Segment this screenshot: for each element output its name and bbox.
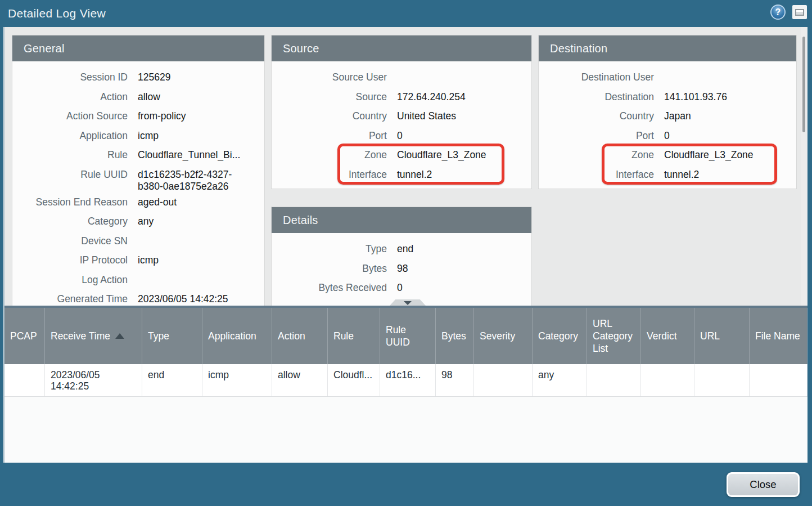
column-header-url-category-list[interactable]: URL Category List [587, 308, 641, 364]
column-header-url[interactable]: URL [694, 308, 750, 364]
field-value: 2023/06/05 14:42:25 [138, 290, 259, 306]
field-label: Destination [539, 88, 654, 104]
field-label: Country [272, 107, 387, 123]
vertical-scrollbar-track[interactable] [801, 27, 808, 306]
detailed-log-view-dialog: { "title_bar": { "title": "Detailed Log … [0, 0, 812, 506]
vertical-scrollbar-thumb[interactable] [802, 37, 805, 132]
field-row-country: Country United States [272, 107, 526, 127]
help-icon[interactable]: ? [770, 5, 786, 20]
column-header-verdict[interactable]: Verdict [641, 308, 694, 364]
field-row-destination-user: Destination User [539, 68, 791, 88]
column-header-file-name[interactable]: File Name [750, 308, 808, 364]
field-row-country: Country Japan [539, 107, 791, 127]
log-table-row[interactable]: 2023/06/05 14:42:25 end icmp allow Cloud… [4, 364, 808, 397]
field-value: tunnel.2 [397, 165, 526, 181]
field-label: Session ID [12, 68, 128, 84]
destination-panel: Destination Destination User Destination… [539, 35, 796, 189]
help-glyph: ? [775, 7, 781, 17]
field-value: 125629 [138, 68, 259, 84]
field-row-zone: Zone Cloudflare_L3_Zone [539, 146, 791, 165]
general-panel-body: Session ID 125629 Action allow Action So… [12, 61, 264, 306]
details-panel: Details Type end Bytes 98 Bytes Received… [272, 207, 531, 306]
field-value [138, 271, 259, 274]
cell-url [694, 364, 750, 396]
field-value: end [397, 240, 526, 256]
column-header-application[interactable]: Application [202, 308, 272, 364]
cell-pcap [4, 364, 45, 396]
field-label: Device SN [12, 232, 128, 248]
field-value: United States [397, 107, 526, 123]
field-row-rule-uuid: Rule UUID d1c16235-b2f2-4327-b380-0ae187… [12, 165, 259, 193]
field-label: Log Action [12, 271, 128, 286]
dialog-title: Detailed Log View [0, 7, 106, 20]
cell-receive-time: 2023/06/05 14:42:25 [45, 364, 142, 396]
dialog-footer: Close [0, 463, 812, 506]
column-header-label: Receive Time [51, 330, 110, 342]
field-row-interface: Interface tunnel.2 [539, 165, 791, 185]
column-header-pcap[interactable]: PCAP [4, 308, 45, 364]
titlebar-icons: ? [770, 5, 807, 20]
field-row-port: Port 0 [539, 127, 791, 146]
cell-severity [474, 364, 533, 396]
field-row-session-end-reason: Session End Reason aged-out [12, 193, 259, 213]
field-label: Country [539, 107, 654, 123]
column-header-action[interactable]: Action [272, 308, 328, 364]
column-header-category[interactable]: Category [533, 308, 587, 364]
field-row-ip-protocol: IP Protocol icmp [12, 251, 259, 271]
log-table: PCAP Receive Time Type Application Actio… [4, 308, 808, 463]
field-label: Destination User [539, 68, 654, 84]
column-header-rule-uuid[interactable]: Rule UUID [380, 308, 436, 364]
field-row-device-sn: Device SN [12, 232, 259, 252]
field-value [397, 68, 526, 71]
field-value: 0 [397, 279, 526, 294]
destination-panel-body: Destination User Destination 141.101.93.… [539, 61, 796, 188]
log-detail-panels: General Session ID 125629 Action allow A… [4, 27, 808, 306]
field-label: Zone [539, 146, 654, 162]
field-label: Interface [539, 165, 654, 181]
field-row-category: Category any [12, 212, 259, 232]
window-glyph [795, 9, 804, 16]
restore-window-icon[interactable] [792, 5, 807, 19]
field-label: Source User [272, 68, 387, 84]
field-value: 0 [664, 127, 791, 142]
field-value: tunnel.2 [664, 165, 791, 181]
field-row-destination: Destination 141.101.93.76 [539, 88, 791, 108]
column-header-type[interactable]: Type [142, 308, 202, 364]
field-value: any [138, 212, 259, 228]
field-value: from-policy [138, 107, 259, 123]
field-label: Zone [272, 146, 387, 162]
cell-action: allow [272, 364, 328, 396]
field-label: Session End Reason [12, 193, 128, 209]
cell-type: end [142, 364, 202, 396]
field-row-application: Application icmp [12, 127, 259, 146]
general-panel: General Session ID 125629 Action allow A… [12, 35, 264, 306]
field-row-interface: Interface tunnel.2 [272, 165, 526, 185]
field-label: Port [272, 127, 387, 142]
field-label: Bytes [272, 259, 387, 275]
cell-file-name [750, 364, 808, 396]
field-row-action-source: Action Source from-policy [12, 107, 259, 127]
column-header-severity[interactable]: Severity [474, 308, 533, 364]
cell-category: any [533, 364, 587, 396]
collapse-pane-handle[interactable] [390, 299, 426, 306]
column-header-receive-time[interactable]: Receive Time [45, 308, 142, 364]
title-bar: Detailed Log View ? [0, 0, 812, 27]
source-panel: Source Source User Source 172.64.240.254… [272, 35, 531, 189]
dialog-content: General Session ID 125629 Action allow A… [4, 27, 808, 463]
chevron-down-icon [404, 301, 412, 305]
column-header-rule[interactable]: Rule [328, 308, 380, 364]
field-value: d1c16235-b2f2-4327-b380-0ae1875e2a26 [138, 165, 259, 193]
close-button[interactable]: Close [727, 472, 800, 497]
field-row-port: Port 0 [272, 127, 526, 146]
field-label: Source [272, 88, 387, 104]
field-label: Generated Time [12, 290, 128, 306]
field-value [664, 68, 791, 71]
field-label: Interface [272, 165, 387, 181]
log-table-header: PCAP Receive Time Type Application Actio… [4, 308, 808, 364]
source-panel-header: Source [272, 35, 531, 61]
field-label: IP Protocol [12, 251, 128, 267]
field-row-type: Type end [272, 240, 526, 259]
cell-rule: Cloudfl... [328, 364, 380, 396]
column-header-bytes[interactable]: Bytes [436, 308, 474, 364]
field-value: 0 [397, 127, 526, 142]
